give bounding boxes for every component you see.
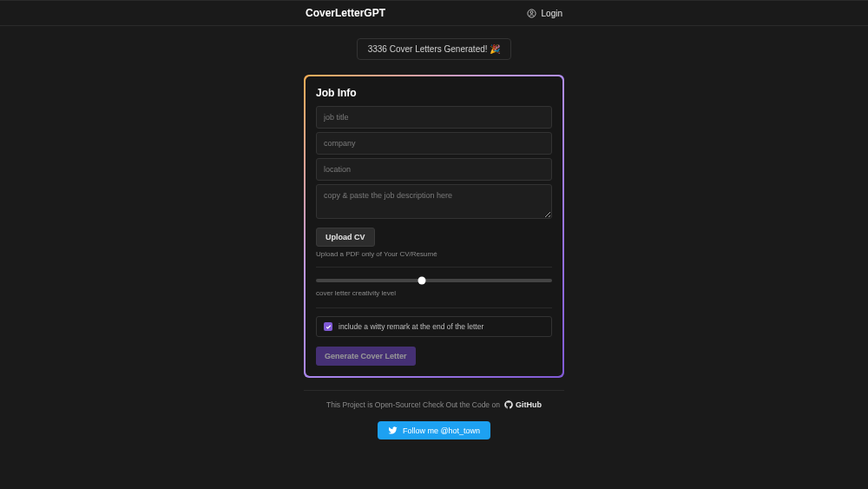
stats-badge: 3336 Cover Letters Generated! 🎉: [357, 38, 512, 60]
footer-text: This Project is Open-Source! Check Out t…: [326, 400, 500, 409]
card-title: Job Info: [316, 87, 552, 99]
twitter-follow-button[interactable]: Follow me @hot_town: [378, 421, 490, 439]
main: 3336 Cover Letters Generated! 🎉 Job Info…: [0, 26, 868, 439]
company-input[interactable]: [316, 132, 552, 155]
upload-row: Upload CV Upload a PDF only of Your CV/R…: [316, 228, 552, 258]
svg-point-1: [530, 10, 533, 13]
header: CoverLetterGPT Login: [0, 0, 868, 26]
upload-hint: Upload a PDF only of Your CV/Resumé: [316, 250, 552, 258]
twitter-label: Follow me @hot_town: [403, 426, 480, 435]
login-button[interactable]: Login: [527, 9, 562, 18]
job-title-input[interactable]: [316, 106, 552, 129]
user-circle-icon: [527, 9, 536, 18]
witty-remark-label: include a witty remark at the end of the…: [339, 322, 483, 331]
witty-remark-row[interactable]: include a witty remark at the end of the…: [316, 316, 552, 337]
divider: [316, 307, 552, 308]
login-label: Login: [542, 9, 562, 18]
job-info-card: Job Info Upload CV Upload a PDF only of …: [304, 75, 564, 378]
github-icon: [504, 400, 513, 409]
github-label: GitHub: [516, 400, 542, 409]
divider: [316, 267, 552, 268]
github-link[interactable]: GitHub: [504, 400, 542, 409]
slider-thumb[interactable]: [418, 277, 426, 285]
witty-remark-checkbox[interactable]: [324, 322, 332, 331]
upload-cv-button[interactable]: Upload CV: [316, 228, 375, 247]
twitter-icon: [388, 426, 398, 435]
footer: This Project is Open-Source! Check Out t…: [304, 390, 564, 409]
generate-cover-letter-button[interactable]: Generate Cover Letter: [316, 347, 416, 366]
job-description-textarea[interactable]: [316, 184, 552, 219]
creativity-slider-label: cover letter creativity level: [316, 289, 552, 297]
creativity-slider-wrap: cover letter creativity level: [316, 274, 552, 299]
brand-title: CoverLetterGPT: [306, 7, 385, 19]
location-input[interactable]: [316, 158, 552, 181]
creativity-slider[interactable]: [316, 279, 552, 282]
